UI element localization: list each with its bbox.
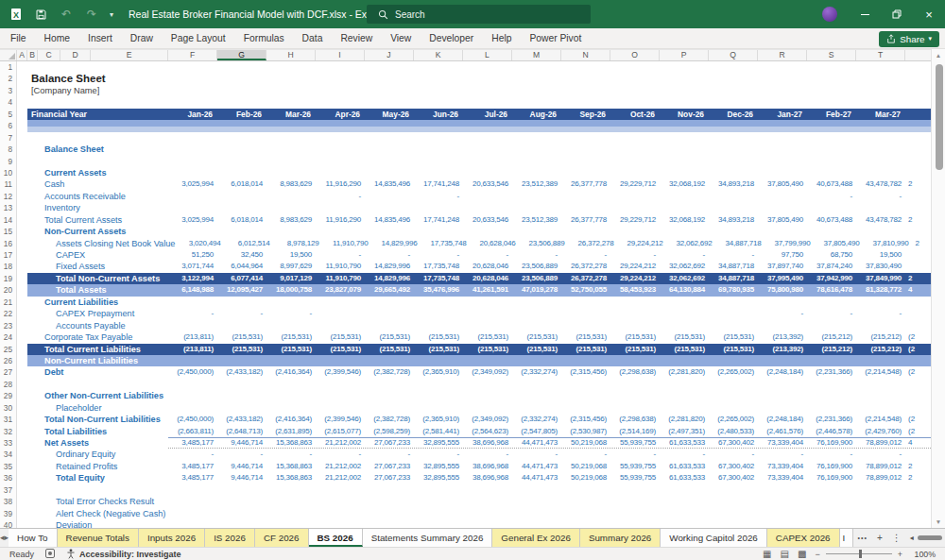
cell[interactable]: 26,372,278 bbox=[561, 261, 610, 272]
column-header-A[interactable]: A bbox=[17, 50, 27, 60]
cell[interactable]: 6,148,988 bbox=[168, 284, 217, 296]
cell[interactable]: 21,212,002 bbox=[316, 472, 365, 484]
month-header-cell[interactable]: Mar-26 bbox=[266, 109, 316, 120]
cell[interactable] bbox=[463, 308, 512, 319]
cell[interactable]: - bbox=[316, 191, 365, 202]
close-button[interactable]: × bbox=[913, 0, 945, 28]
cell[interactable]: (215,531) bbox=[316, 344, 365, 355]
cell[interactable]: 50,219,068 bbox=[561, 437, 610, 449]
month-header-cell[interactable]: Jan-26 bbox=[168, 109, 217, 120]
cell[interactable] bbox=[610, 308, 660, 319]
cell[interactable]: (215,531) bbox=[561, 344, 610, 355]
cell[interactable]: 14,829,996 bbox=[371, 238, 421, 249]
cell[interactable]: (215,531) bbox=[660, 344, 709, 355]
cell[interactable]: (2,480,533) bbox=[709, 426, 758, 437]
cell[interactable]: (2,433,182) bbox=[217, 414, 266, 425]
cell-partial[interactable]: (2 bbox=[905, 426, 931, 437]
row-label[interactable]: Assets Closing Net Book Value bbox=[17, 238, 175, 249]
view-normal-icon[interactable]: ▦ bbox=[763, 549, 771, 559]
cell[interactable]: 32,895,555 bbox=[414, 472, 463, 484]
cell[interactable]: 6,018,014 bbox=[217, 214, 266, 226]
cell[interactable]: (2,514,169) bbox=[610, 426, 660, 437]
row-label[interactable]: Debt bbox=[17, 366, 168, 378]
cell[interactable]: 32,068,192 bbox=[660, 178, 709, 190]
row-label[interactable]: Total Error Checks Result bbox=[17, 496, 168, 507]
ribbon-tab-power-pivot[interactable]: Power Pivot bbox=[529, 33, 581, 43]
cell[interactable]: (2,416,364) bbox=[266, 414, 316, 425]
cell[interactable]: 11,916,290 bbox=[316, 178, 365, 190]
cell[interactable]: 32,062,692 bbox=[660, 273, 709, 284]
cell[interactable]: 23,512,389 bbox=[512, 214, 561, 226]
row-label[interactable]: [Company Name] bbox=[17, 85, 168, 96]
cell[interactable]: 6,018,014 bbox=[217, 178, 266, 190]
row-header-15[interactable]: 15 bbox=[0, 226, 17, 237]
column-header-P[interactable]: P bbox=[660, 50, 709, 60]
cell[interactable]: (2,547,805) bbox=[512, 426, 561, 437]
cell[interactable]: 17,735,748 bbox=[414, 273, 463, 284]
cell[interactable]: 14,829,996 bbox=[365, 261, 414, 272]
cell-partial[interactable]: 2 bbox=[905, 461, 931, 472]
cell-partial[interactable]: (2 bbox=[905, 366, 931, 378]
sheet-tab-is-2026[interactable]: IS 2026 bbox=[205, 529, 255, 547]
ribbon-tab-home[interactable]: Home bbox=[44, 33, 70, 43]
cell-partial[interactable]: 2 bbox=[905, 178, 931, 190]
month-header-cell[interactable]: Apr-26 bbox=[316, 109, 365, 120]
cell[interactable]: 3,485,177 bbox=[168, 461, 217, 472]
cell[interactable]: - bbox=[709, 249, 758, 261]
cell[interactable]: (2,615,077) bbox=[316, 426, 365, 437]
cell[interactable]: 14,829,996 bbox=[365, 273, 414, 284]
cell[interactable]: (213,811) bbox=[168, 344, 217, 355]
cell[interactable]: 19,500 bbox=[856, 249, 905, 261]
cell[interactable]: 3,025,994 bbox=[168, 214, 217, 226]
cell[interactable]: (2,231,366) bbox=[807, 366, 856, 378]
cell[interactable]: 3,485,177 bbox=[168, 472, 217, 484]
column-header-I[interactable]: I bbox=[316, 50, 365, 60]
cell[interactable]: 23,506,889 bbox=[519, 238, 568, 249]
cell[interactable]: 6,012,514 bbox=[224, 238, 273, 249]
cell[interactable]: (215,531) bbox=[266, 344, 316, 355]
zoom-slider[interactable] bbox=[826, 553, 892, 554]
cell[interactable]: 3,485,177 bbox=[168, 437, 217, 449]
row-label[interactable]: Total Non-Current Liabilities bbox=[17, 414, 168, 425]
row-header-39[interactable]: 39 bbox=[0, 508, 17, 519]
column-header-F[interactable]: F bbox=[168, 50, 217, 60]
cell[interactable]: 38,696,968 bbox=[463, 437, 512, 449]
column-header-J[interactable]: J bbox=[365, 50, 414, 60]
cell[interactable]: 27,067,233 bbox=[365, 472, 414, 484]
cell[interactable]: 17,735,748 bbox=[421, 238, 470, 249]
cell[interactable]: 20,633,546 bbox=[463, 178, 512, 190]
row-label[interactable]: CAPEX bbox=[17, 249, 168, 261]
cell[interactable]: (2,365,910) bbox=[414, 414, 463, 425]
cell[interactable]: - bbox=[365, 249, 414, 261]
cell[interactable]: (215,212) bbox=[807, 344, 856, 355]
row-label[interactable]: Total Liabilities bbox=[17, 426, 168, 437]
cell[interactable]: 76,169,900 bbox=[807, 461, 856, 472]
row-header-1[interactable]: 1 bbox=[0, 61, 17, 73]
cell[interactable]: 37,995,490 bbox=[758, 273, 807, 284]
month-header-cell[interactable]: Jan-27 bbox=[758, 109, 807, 120]
cell[interactable]: (2,446,578) bbox=[807, 426, 856, 437]
cell[interactable]: 29,224,212 bbox=[617, 238, 666, 249]
cell[interactable]: 37,810,990 bbox=[863, 238, 912, 249]
cell[interactable]: (215,531) bbox=[610, 344, 660, 355]
cell[interactable]: 78,899,012 bbox=[856, 461, 905, 472]
hscroll-left-icon[interactable]: ◂ bbox=[910, 534, 914, 542]
row-header-17[interactable]: 17 bbox=[0, 249, 17, 261]
cell[interactable]: (2,365,910) bbox=[414, 366, 463, 378]
sheet-tab-working-capitol-2026[interactable]: Working Capitol 2026 bbox=[661, 529, 767, 547]
cell[interactable]: 19,500 bbox=[266, 249, 316, 261]
month-header-cell[interactable]: Aug-26 bbox=[512, 109, 561, 120]
cell[interactable]: 43,478,782 bbox=[856, 214, 905, 226]
cell[interactable]: 23,827,079 bbox=[316, 284, 365, 296]
row-header-21[interactable]: 21 bbox=[0, 297, 17, 308]
cell[interactable]: 51,250 bbox=[168, 249, 217, 261]
view-page-break-icon[interactable]: ▩ bbox=[798, 549, 806, 559]
cell[interactable]: 17,741,248 bbox=[414, 214, 463, 226]
cell[interactable]: 78,899,012 bbox=[856, 437, 905, 449]
cell[interactable]: (2,248,184) bbox=[758, 414, 807, 425]
cell[interactable]: 37,805,490 bbox=[758, 178, 807, 190]
more-tabs-icon[interactable]: ••• bbox=[858, 529, 868, 547]
row-label[interactable]: Corporate Tax Payable bbox=[17, 331, 168, 343]
sheet-tab-capex-2026[interactable]: CAPEX 2026 bbox=[767, 529, 840, 547]
cell[interactable]: - bbox=[758, 308, 807, 319]
